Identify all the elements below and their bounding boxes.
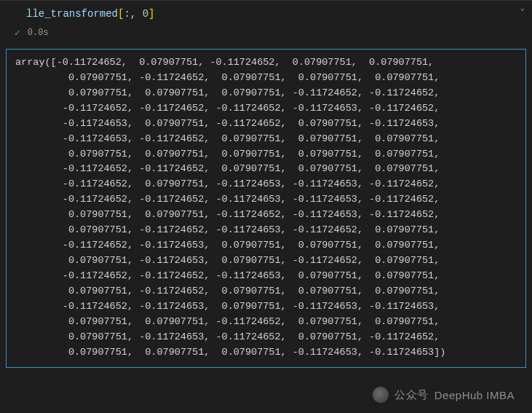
collapse-handle-icon[interactable]: ⌄ — [520, 3, 525, 12]
execution-status: ✓ 0.0s — [0, 24, 532, 43]
slice-colon: : — [124, 8, 130, 20]
watermark-name: DeepHub IMBA — [434, 389, 515, 401]
watermark-prefix: 公众号 — [394, 388, 429, 402]
code-variable: lle_transformed — [26, 8, 118, 20]
code-input[interactable]: lle_transformed[:, 0] — [0, 4, 532, 24]
close-bracket: ] — [148, 8, 154, 20]
check-icon: ✓ — [15, 27, 20, 39]
cell-output[interactable]: array([-0.11724652, 0.07907751, -0.11724… — [6, 49, 526, 368]
wechat-icon — [373, 387, 389, 403]
comma: , — [130, 8, 143, 20]
code-cell: ⌄ lle_transformed[:, 0] ✓ 0.0s — [0, 0, 532, 46]
watermark: 公众号 DeepHub IMBA — [373, 387, 515, 403]
execution-time: 0.0s — [28, 28, 49, 38]
column-index: 0 — [143, 8, 148, 20]
